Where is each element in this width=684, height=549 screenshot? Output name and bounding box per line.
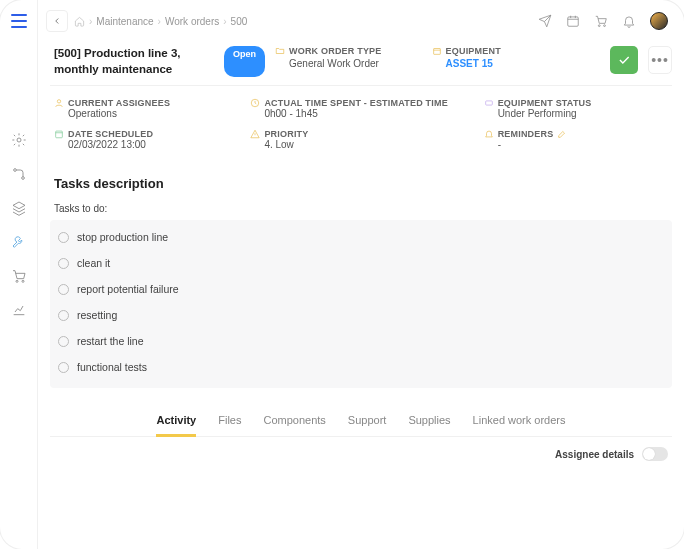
task-row[interactable]: restart the line [50,328,672,354]
nav-wrench-icon[interactable] [11,234,27,254]
svg-point-2 [21,177,24,180]
avatar[interactable] [650,12,668,30]
clock-icon [250,98,260,108]
back-button[interactable] [46,10,68,32]
svg-point-6 [598,25,600,27]
date-value: 02/03/2022 13:00 [54,139,238,150]
wo-type-label: WORK ORDER TYPE [275,46,382,56]
svg-point-0 [17,138,21,142]
warning-icon [250,129,260,139]
radio-icon[interactable] [58,362,69,373]
assignee-details-toggle[interactable] [642,447,668,461]
radio-icon[interactable] [58,310,69,321]
svg-point-4 [22,280,24,282]
tab-components[interactable]: Components [263,414,325,430]
edit-icon[interactable] [557,129,567,139]
nav-gear-icon[interactable] [11,132,27,152]
task-row[interactable]: clean it [50,250,672,276]
radio-icon[interactable] [58,336,69,347]
priority-label: PRIORITY [250,129,471,139]
task-label: functional tests [77,361,147,373]
calendar2-icon [54,129,64,139]
date-label: DATE SCHEDULED [54,129,238,139]
work-order-title: [500] Production line 3, monthly mainten… [54,46,210,77]
tab-linked[interactable]: Linked work orders [473,414,566,430]
status-icon [484,98,494,108]
tab-supplies[interactable]: Supplies [408,414,450,430]
box-icon [432,46,442,56]
svg-rect-5 [568,17,579,26]
task-row[interactable]: stop production line [50,224,672,250]
equipment-label: EQUIPMENT [432,46,501,56]
folder-icon [275,46,285,56]
tab-activity[interactable]: Activity [156,414,196,437]
equip-status-label: EQUIPMENT STATUS [484,98,668,108]
task-label: resetting [77,309,117,321]
task-label: stop production line [77,231,168,243]
status-badge: Open [224,46,265,77]
tasks-todo-label: Tasks to do: [54,203,672,214]
task-row[interactable]: resetting [50,302,672,328]
task-row[interactable]: report potential failure [50,276,672,302]
time-label: ACTUAL TIME SPENT - ESTIMATED TIME [250,98,471,108]
tab-support[interactable]: Support [348,414,387,430]
tasks-section-title: Tasks description [54,176,672,191]
tab-files[interactable]: Files [218,414,241,430]
crumb-id[interactable]: 500 [231,16,248,27]
task-label: clean it [77,257,110,269]
time-value: 0h00 - 1h45 [250,108,471,119]
svg-rect-8 [433,49,440,55]
task-row[interactable]: functional tests [50,354,672,380]
equipment-link[interactable]: ASSET 15 [432,58,501,69]
bell-icon[interactable] [622,14,636,28]
task-label: report potential failure [77,283,179,295]
nav-flow-icon[interactable] [11,166,27,186]
crumb-maintenance[interactable]: Maintenance [96,16,153,27]
svg-rect-11 [485,101,492,105]
reminders-value: - [484,139,668,150]
radio-icon[interactable] [58,232,69,243]
svg-point-9 [57,100,60,103]
svg-point-3 [16,280,18,282]
breadcrumb: › Maintenance › Work orders › 500 [74,16,247,27]
home-icon[interactable] [74,16,85,27]
cart-icon[interactable] [594,14,608,28]
send-icon[interactable] [538,14,552,28]
nav-chart-icon[interactable] [11,302,27,322]
radio-icon[interactable] [58,258,69,269]
user-icon [54,98,64,108]
equip-status-value: Under Performing [484,108,668,119]
crumb-workorders[interactable]: Work orders [165,16,219,27]
svg-rect-12 [56,131,63,138]
calendar-icon[interactable] [566,14,580,28]
tabs: Activity Files Components Support Suppli… [50,414,672,437]
task-label: restart the line [77,335,144,347]
more-button[interactable]: ••• [648,46,672,74]
complete-button[interactable] [610,46,638,74]
reminders-label: REMINDERS [484,129,668,139]
nav-cart-icon[interactable] [11,268,27,288]
svg-point-1 [13,169,16,172]
task-list: stop production line clean it report pot… [50,220,672,388]
assignee-details-label: Assignee details [555,449,634,460]
menu-toggle[interactable] [0,0,37,42]
priority-value: 4. Low [250,139,471,150]
wo-type-value: General Work Order [275,58,382,69]
bell2-icon [484,129,494,139]
assignees-value: Operations [54,108,238,119]
assignees-label: CURRENT ASSIGNEES [54,98,238,108]
nav-layers-icon[interactable] [11,200,27,220]
svg-point-7 [604,25,606,27]
radio-icon[interactable] [58,284,69,295]
